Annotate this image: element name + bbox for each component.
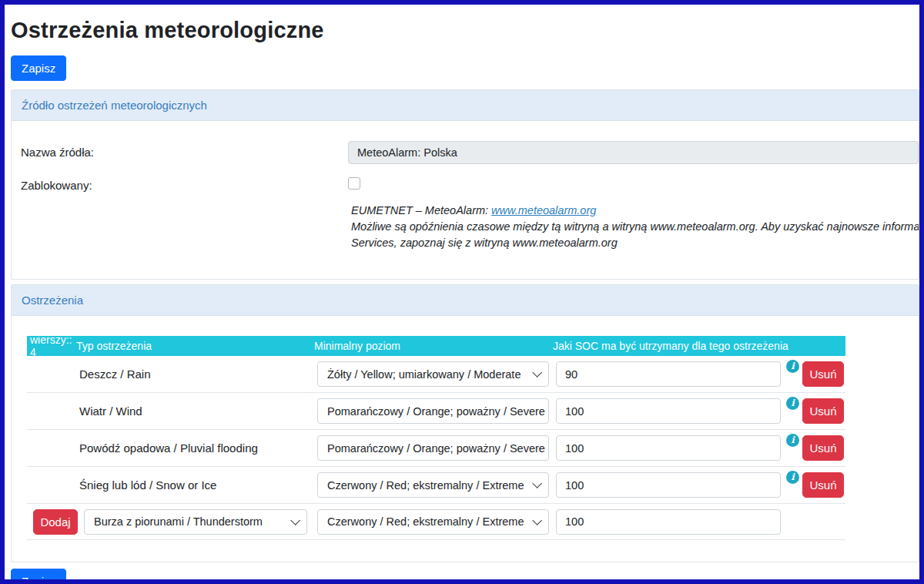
source-name-input[interactable] (348, 141, 919, 164)
warning-type-label: Deszcz / Rain (27, 368, 317, 381)
note-line-1: EUMETNET – MeteoAlarm: www.meteoalarm.or… (351, 203, 919, 219)
meteoalarm-note: EUMETNET – MeteoAlarm: www.meteoalarm.or… (351, 203, 919, 251)
locked-row: Zablokowany: (21, 174, 919, 193)
locked-label: Zablokowany: (21, 174, 348, 192)
new-soc-input[interactable] (556, 509, 781, 535)
save-button-top[interactable]: Zapisz (11, 55, 66, 81)
delete-button[interactable]: Usuń (802, 435, 844, 461)
soc-input[interactable] (556, 472, 781, 498)
source-panel-header: Źródło ostrzeżeń meteorologicznych (12, 90, 919, 121)
warnings-panel-header: Ostrzeżenia (12, 285, 919, 316)
add-button[interactable]: Dodaj (33, 509, 78, 535)
page-title: Ostrzeżenia meteorologiczne (11, 18, 919, 43)
column-header-level: Minimalny poziom (314, 340, 553, 352)
warnings-panel-body: wierszy:: 4 Typ ostrzeżenia Minimalny po… (12, 316, 919, 562)
new-warning-level-value: Czerwony / Red; ekstremalny / Extreme (327, 515, 524, 528)
add-warning-row: Dodaj Burza z piorunami / Thunderstorm C… (27, 504, 845, 540)
level-select[interactable]: Pomarańczowy / Orange; poważny / Severe (317, 435, 549, 461)
column-header-type: Typ ostrzeżenia (76, 340, 314, 352)
page: Ostrzeżenia meteorologiczne Zapisz Źródł… (5, 5, 919, 579)
info-icon[interactable]: i (786, 397, 799, 410)
level-select-value: Pomarańczowy / Orange; poważny / Severe (327, 442, 545, 455)
level-select[interactable]: Żółty / Yellow; umiarkowany / Moderate (317, 361, 549, 387)
soc-input[interactable] (556, 435, 781, 461)
chevron-down-icon (290, 515, 300, 525)
chevron-down-icon (532, 478, 542, 488)
warning-type-label: Wiatr / Wind (27, 404, 317, 418)
locked-checkbox[interactable] (348, 177, 360, 190)
warnings-panel: Ostrzeżenia wierszy:: 4 Typ ostrzeżenia … (11, 284, 919, 562)
note-line-2: Możliwe są opóźnienia czasowe między tą … (351, 219, 919, 235)
delete-button[interactable]: Usuń (802, 361, 844, 387)
warnings-table-header: wierszy:: 4 Typ ostrzeżenia Minimalny po… (27, 336, 845, 356)
save-button-bottom[interactable]: Zapisz (11, 569, 66, 579)
meteoalarm-link[interactable]: www.meteoalarm.org (491, 204, 596, 216)
soc-input[interactable] (556, 361, 781, 387)
level-select[interactable]: Pomarańczowy / Orange; poważny / Severe (317, 398, 549, 424)
table-row: Powódź opadowa / Pluvial flooding Pomara… (27, 430, 845, 467)
table-row: Śnieg lub lód / Snow or Ice Czerwony / R… (27, 467, 845, 504)
new-warning-type-select[interactable]: Burza z piorunami / Thunderstorm (84, 509, 307, 535)
new-warning-type-value: Burza z piorunami / Thunderstorm (94, 515, 263, 528)
delete-button[interactable]: Usuń (802, 472, 844, 498)
info-icon[interactable]: i (786, 471, 799, 484)
level-select-value: Czerwony / Red; ekstremalny / Extreme (327, 479, 524, 492)
rows-count-label: wierszy:: 4 (27, 334, 76, 358)
warnings-table: wierszy:: 4 Typ ostrzeżenia Minimalny po… (27, 336, 845, 540)
column-header-soc: Jaki SOC ma być utrzymany dla tego ostrz… (553, 340, 845, 352)
warning-type-label: Powódź opadowa / Pluvial flooding (27, 441, 317, 455)
info-icon[interactable]: i (786, 434, 799, 447)
note-line1-prefix: EUMETNET – MeteoAlarm: (351, 204, 491, 216)
table-row: Wiatr / Wind Pomarańczowy / Orange; powa… (27, 393, 845, 430)
chevron-down-icon (532, 368, 542, 378)
note-line-3: Services, zapoznaj się z witryną www.met… (351, 235, 919, 251)
soc-input[interactable] (556, 398, 781, 424)
info-icon[interactable]: i (786, 360, 799, 373)
source-panel-body: Nazwa źródła: Zablokowany: EUMETNET – Me… (12, 121, 919, 279)
new-warning-level-select[interactable]: Czerwony / Red; ekstremalny / Extreme (317, 509, 549, 535)
level-select-value: Żółty / Yellow; umiarkowany / Moderate (327, 368, 521, 381)
source-name-label: Nazwa źródła: (21, 141, 348, 159)
source-panel: Źródło ostrzeżeń meteorologicznych Nazwa… (11, 89, 919, 280)
warning-type-label: Śnieg lub lód / Snow or Ice (27, 478, 317, 492)
level-select-value: Pomarańczowy / Orange; poważny / Severe (327, 405, 545, 418)
delete-button[interactable]: Usuń (802, 398, 844, 424)
source-name-row: Nazwa źródła: (21, 141, 919, 164)
level-select[interactable]: Czerwony / Red; ekstremalny / Extreme (317, 472, 549, 498)
table-row: Deszcz / Rain Żółty / Yellow; umiarkowan… (27, 356, 845, 393)
chevron-down-icon (532, 515, 542, 525)
